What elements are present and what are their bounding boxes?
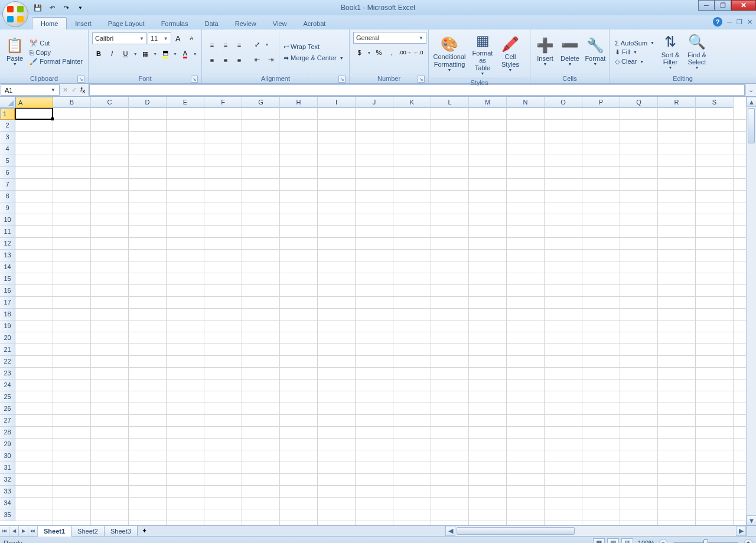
- row-header[interactable]: 1: [0, 108, 15, 120]
- zoom-value[interactable]: 100%: [638, 539, 654, 544]
- insert-cells-button[interactable]: ➕Insert▼: [534, 32, 556, 73]
- row-header[interactable]: 6: [0, 167, 15, 179]
- prev-sheet-button[interactable]: ◀: [9, 526, 19, 536]
- cell-styles-button[interactable]: 🖍️Cell Styles▼: [498, 32, 522, 77]
- row-header[interactable]: 31: [0, 462, 15, 474]
- row-header[interactable]: 7: [0, 179, 15, 191]
- column-header[interactable]: B: [53, 97, 91, 108]
- row-header[interactable]: 4: [0, 143, 15, 155]
- column-header[interactable]: K: [393, 97, 431, 108]
- mdi-restore-button[interactable]: ❐: [737, 18, 742, 26]
- row-header[interactable]: 21: [0, 344, 15, 356]
- fx-button[interactable]: fx: [80, 86, 86, 94]
- expand-formula-bar-button[interactable]: ⌄: [745, 84, 756, 96]
- column-header[interactable]: R: [658, 97, 696, 108]
- underline-button[interactable]: U: [119, 47, 132, 60]
- row-header[interactable]: 18: [0, 309, 15, 320]
- number-format-select[interactable]: General▼: [353, 32, 426, 44]
- page-break-view-button[interactable]: ▥: [621, 538, 633, 544]
- font-name-select[interactable]: Calibri▼: [92, 32, 147, 44]
- column-header[interactable]: P: [582, 97, 620, 108]
- column-header[interactable]: M: [469, 97, 507, 108]
- undo-button[interactable]: ↶: [46, 2, 58, 14]
- shrink-font-button[interactable]: A: [185, 32, 198, 45]
- column-header[interactable]: D: [129, 97, 167, 108]
- column-header[interactable]: I: [318, 97, 356, 108]
- hscroll-track[interactable]: [455, 526, 736, 536]
- horizontal-scrollbar[interactable]: ◀ ▶: [445, 526, 746, 536]
- percent-button[interactable]: %: [373, 46, 385, 59]
- merge-center-button[interactable]: ⬌Merge & Center▼: [282, 54, 346, 63]
- zoom-out-button[interactable]: −: [659, 539, 667, 544]
- decrease-decimal-button[interactable]: ←.0: [412, 46, 425, 59]
- column-header[interactable]: S: [696, 97, 734, 108]
- column-header[interactable]: A: [15, 97, 53, 109]
- hscroll-thumb[interactable]: [457, 527, 575, 535]
- font-color-dropdown[interactable]: ▼: [192, 52, 198, 56]
- scroll-left-button[interactable]: ◀: [445, 526, 455, 536]
- first-sheet-button[interactable]: ⏮: [0, 526, 9, 536]
- format-painter-button[interactable]: 🖌️Format Painter: [28, 57, 84, 66]
- save-button[interactable]: 💾: [32, 2, 44, 14]
- row-header[interactable]: 33: [0, 486, 15, 498]
- align-middle-button[interactable]: ≡: [219, 38, 232, 51]
- row-header[interactable]: 32: [0, 474, 15, 486]
- maximize-button[interactable]: ❐: [715, 0, 731, 11]
- grow-font-button[interactable]: A: [172, 32, 185, 45]
- bold-button[interactable]: B: [92, 47, 105, 60]
- row-header[interactable]: 27: [0, 415, 15, 427]
- column-header[interactable]: Q: [620, 97, 658, 108]
- row-header[interactable]: 19: [0, 320, 15, 332]
- comma-button[interactable]: ,: [386, 46, 398, 59]
- clear-button[interactable]: ◇Clear▼: [613, 57, 656, 66]
- align-left-button[interactable]: ≡: [206, 54, 219, 67]
- tab-home[interactable]: Home: [32, 17, 67, 30]
- office-button[interactable]: [2, 1, 28, 27]
- row-header[interactable]: 17: [0, 297, 15, 309]
- accounting-dropdown[interactable]: ▼: [366, 51, 372, 55]
- qat-customize[interactable]: ▼: [74, 2, 86, 14]
- mdi-minimize-button[interactable]: ─: [727, 18, 732, 25]
- redo-button[interactable]: ↷: [60, 2, 72, 14]
- row-header[interactable]: 24: [0, 380, 15, 391]
- row-header[interactable]: 26: [0, 403, 15, 415]
- number-launcher[interactable]: ↘: [418, 76, 425, 83]
- delete-cells-button[interactable]: ➖Delete▼: [558, 32, 582, 73]
- row-header[interactable]: 28: [0, 427, 15, 439]
- sort-filter-button[interactable]: ⇅Sort & Filter▼: [658, 32, 683, 73]
- paste-button[interactable]: 📋 Paste ▼: [4, 32, 26, 73]
- increase-decimal-button[interactable]: .00→: [399, 46, 412, 59]
- orientation-dropdown[interactable]: ▼: [264, 42, 270, 47]
- row-header[interactable]: 15: [0, 273, 15, 285]
- sheet-tab[interactable]: Sheet1: [38, 526, 71, 537]
- clipboard-launcher[interactable]: ↘: [77, 76, 84, 83]
- tab-page-layout[interactable]: Page Layout: [100, 18, 153, 30]
- decrease-indent-button[interactable]: ⇤: [250, 54, 263, 67]
- tab-formulas[interactable]: Formulas: [153, 18, 197, 30]
- tab-acrobat[interactable]: Acrobat: [295, 18, 334, 30]
- fill-button[interactable]: ⬇Fill▼: [613, 48, 656, 57]
- increase-indent-button[interactable]: ⇥: [264, 54, 277, 67]
- close-button[interactable]: ✕: [731, 0, 756, 11]
- scroll-down-button[interactable]: ▼: [747, 515, 756, 525]
- font-launcher[interactable]: ↘: [191, 76, 198, 83]
- active-cell[interactable]: [15, 108, 53, 120]
- row-header[interactable]: 16: [0, 285, 15, 297]
- vscroll-thumb[interactable]: [748, 108, 755, 143]
- help-button[interactable]: ?: [713, 17, 722, 27]
- vertical-scrollbar[interactable]: ▲ ▼: [746, 97, 756, 525]
- scroll-up-button[interactable]: ▲: [747, 97, 756, 107]
- wrap-text-button[interactable]: ↩Wrap Text: [282, 42, 346, 51]
- row-header[interactable]: 5: [0, 155, 15, 167]
- row-header[interactable]: 11: [0, 226, 15, 238]
- format-cells-button[interactable]: 🔧Format▼: [584, 32, 607, 73]
- row-header[interactable]: 14: [0, 261, 15, 273]
- column-header[interactable]: H: [280, 97, 318, 108]
- last-sheet-button[interactable]: ⏭: [28, 526, 38, 536]
- row-header[interactable]: 30: [0, 450, 15, 462]
- row-header[interactable]: 35: [0, 509, 15, 521]
- scroll-right-button[interactable]: ▶: [736, 526, 746, 536]
- underline-dropdown[interactable]: ▼: [132, 52, 138, 56]
- column-header[interactable]: F: [204, 97, 242, 108]
- align-center-button[interactable]: ≡: [219, 54, 232, 67]
